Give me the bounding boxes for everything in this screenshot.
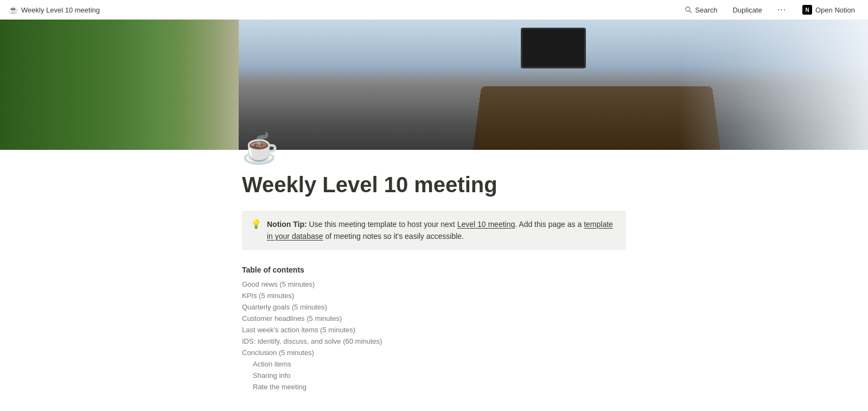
- toc-link[interactable]: Quarterly goals (5 minutes): [242, 302, 626, 312]
- tip-body: Use this meeting template to host your n…: [307, 220, 457, 229]
- table-of-contents: Table of contents Good news (5 minutes)K…: [242, 265, 626, 393]
- hero-image: [0, 20, 868, 150]
- toc-list-item: Action items: [242, 358, 626, 370]
- search-icon: [685, 6, 692, 14]
- topbar: ☕ Weekly Level 10 meeting Search Duplica…: [0, 0, 868, 20]
- conference-tv: [521, 28, 586, 68]
- tip-text: Notion Tip: Use this meeting template to…: [267, 218, 617, 243]
- duplicate-button[interactable]: Duplicate: [729, 4, 765, 16]
- svg-line-1: [690, 11, 692, 13]
- toc-list-item: Quarterly goals (5 minutes): [242, 301, 626, 313]
- page-title: Weekly Level 10 meeting: [242, 172, 626, 198]
- toc-list-item: Rate the meeting: [242, 381, 626, 393]
- toc-link[interactable]: Last week's action items (5 minutes): [242, 325, 626, 334]
- notion-tip-box: 💡 Notion Tip: Use this meeting template …: [242, 211, 626, 250]
- toc-link[interactable]: Sharing info: [253, 371, 626, 380]
- toc-link[interactable]: Customer headlines (5 minutes): [242, 314, 626, 323]
- topbar-left: ☕ Weekly Level 10 meeting: [9, 5, 100, 14]
- toc-link[interactable]: Conclusion (5 minutes): [242, 348, 626, 357]
- toc-link[interactable]: Good news (5 minutes): [242, 280, 626, 289]
- toc-link[interactable]: KPIs (5 minutes): [242, 291, 626, 300]
- more-options-button[interactable]: ···: [774, 3, 789, 17]
- conference-room-bg: [239, 20, 868, 150]
- page-emoji-icon: ☕: [242, 134, 626, 163]
- open-notion-label: Open Notion: [815, 6, 855, 14]
- toc-link[interactable]: Action items: [253, 359, 626, 369]
- search-button[interactable]: Search: [681, 4, 720, 16]
- tip-prefix: Notion Tip:: [267, 220, 307, 229]
- notion-logo-icon: N: [802, 5, 812, 15]
- toc-list-item: Good news (5 minutes): [242, 279, 626, 290]
- tip-suffix: of meeting notes so it's easily accessib…: [323, 232, 464, 241]
- window-light: [678, 20, 868, 150]
- green-panels: [0, 20, 239, 150]
- tip-middle: . Add this page as a: [515, 220, 584, 229]
- toc-list-item: IDS: identify, discuss, and solve (60 mi…: [242, 336, 626, 347]
- tip-lightbulb-icon: 💡: [251, 219, 261, 229]
- topbar-page-title: Weekly Level 10 meeting: [21, 6, 100, 14]
- toc-list-item: Last week's action items (5 minutes): [242, 324, 626, 336]
- search-label: Search: [695, 6, 717, 14]
- toc-list-item: Customer headlines (5 minutes): [242, 313, 626, 324]
- topbar-page-icon: ☕: [9, 5, 18, 14]
- page-content: ☕ Weekly Level 10 meeting 💡 Notion Tip: …: [190, 134, 678, 393]
- toc-list-item: Sharing info: [242, 370, 626, 381]
- toc-list-item: KPIs (5 minutes): [242, 290, 626, 301]
- hero-canvas: [0, 20, 868, 150]
- toc-list: Good news (5 minutes)KPIs (5 minutes)Qua…: [242, 279, 626, 393]
- toc-title: Table of contents: [242, 265, 626, 274]
- toc-list-item: Conclusion (5 minutes): [242, 347, 626, 358]
- open-notion-button[interactable]: N Open Notion: [798, 3, 859, 17]
- toc-link[interactable]: Rate the meeting: [253, 382, 626, 391]
- toc-link[interactable]: IDS: identify, discuss, and solve (60 mi…: [242, 337, 626, 346]
- level-10-meeting-link[interactable]: Level 10 meeting: [457, 220, 515, 229]
- topbar-right: Search Duplicate ··· N Open Notion: [681, 3, 859, 17]
